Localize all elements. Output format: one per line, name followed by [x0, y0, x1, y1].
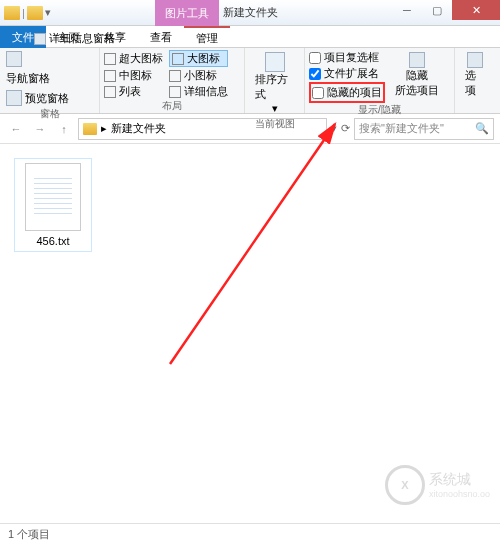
ribbon-group-sort: 排序方式 ▾ 当前视图 [245, 48, 305, 113]
file-ext-label: 文件扩展名 [324, 66, 379, 81]
maximize-button[interactable]: ▢ [422, 0, 452, 20]
file-ext-checkbox[interactable] [309, 68, 321, 80]
hide-label: 隐藏 [406, 68, 428, 83]
layout-sm-label: 小图标 [184, 68, 217, 83]
layout-xl-icons[interactable]: 超大图标 [104, 50, 163, 67]
ribbon-group-showhide: 项目复选框 文件扩展名 隐藏的项目 隐藏 所选项目 显示/隐藏 [305, 48, 455, 113]
preview-pane-icon [6, 90, 22, 106]
hidden-items-checkbox[interactable] [312, 87, 324, 99]
sm-icon [169, 70, 181, 82]
list-icon [104, 86, 116, 98]
layout-list[interactable]: 列表 [104, 84, 163, 99]
title-bar: | ▾ 图片工具 新建文件夹 ─ ▢ ✕ [0, 0, 500, 26]
layout-xl-label: 超大图标 [119, 51, 163, 66]
folder-icon-2 [27, 6, 43, 20]
qat-chevron[interactable]: ▾ [45, 6, 51, 19]
xl-icon [104, 53, 116, 65]
checkbox-file-ext[interactable]: 文件扩展名 [309, 66, 385, 81]
breadcrumb-sep: ▸ [101, 122, 107, 135]
forward-button[interactable]: → [30, 119, 50, 139]
sort-by-button[interactable]: 排序方式 ▾ [249, 50, 300, 117]
hidden-items-label: 隐藏的项目 [327, 85, 382, 100]
annotation-arrow [140, 114, 360, 374]
details-pane-icon [34, 33, 46, 45]
file-item[interactable]: 456.txt [14, 158, 92, 252]
layout-details[interactable]: 详细信息 [169, 84, 228, 99]
titlebar-left: | ▾ [0, 6, 51, 20]
sort-by-label: 排序方式 [255, 72, 294, 102]
ribbon-group-panes: 导航窗格 预览窗格 详细信息窗格 窗格 [0, 48, 100, 113]
search-input[interactable]: 搜索"新建文件夹" 🔍 [354, 118, 494, 140]
file-list[interactable]: 456.txt [0, 144, 500, 514]
svg-line-0 [170, 124, 335, 364]
showhide-group-label: 显示/隐藏 [309, 103, 450, 118]
address-field[interactable]: ▸ 新建文件夹 [78, 118, 327, 140]
text-file-icon [25, 163, 81, 231]
address-chevron[interactable]: ▾ [331, 122, 337, 135]
chevron-down-icon: ▾ [272, 102, 278, 115]
options-icon [467, 52, 483, 68]
refresh-button[interactable]: ⟳ [341, 122, 350, 135]
item-count: 1 个项目 [8, 527, 50, 542]
layout-group-label: 布局 [104, 99, 240, 114]
hide-icon [409, 52, 425, 68]
preview-pane-label: 预览窗格 [25, 91, 69, 106]
options-button[interactable]: 选项 [459, 50, 491, 100]
ribbon: 导航窗格 预览窗格 详细信息窗格 窗格 超大图标 大图标 中图标 小图标 列表 … [0, 48, 500, 114]
layout-md-label: 中图标 [119, 68, 152, 83]
hide-selected-button[interactable]: 隐藏 所选项目 [391, 50, 443, 103]
layout-md-icons[interactable]: 中图标 [104, 68, 163, 83]
window-title: 新建文件夹 [223, 5, 278, 20]
item-checkboxes-checkbox[interactable] [309, 52, 321, 64]
tab-manage[interactable]: 管理 [184, 26, 230, 48]
up-button[interactable]: ↑ [54, 119, 74, 139]
folder-icon [4, 6, 20, 20]
tab-view[interactable]: 查看 [138, 26, 184, 48]
options-label: 选项 [465, 68, 485, 98]
lg-icon [172, 53, 184, 65]
back-button[interactable]: ← [6, 119, 26, 139]
folder-icon-addr [83, 123, 97, 135]
minimize-button[interactable]: ─ [392, 0, 422, 20]
item-checkboxes-label: 项目复选框 [324, 50, 379, 65]
search-placeholder: 搜索"新建文件夹" [359, 121, 444, 136]
nav-pane-label: 导航窗格 [4, 70, 71, 87]
close-button[interactable]: ✕ [452, 0, 500, 20]
md-icon [104, 70, 116, 82]
layout-lg-label: 大图标 [187, 51, 220, 66]
details-pane-button[interactable]: 详细信息窗格 [32, 30, 117, 47]
preview-pane-button[interactable]: 预览窗格 [4, 89, 71, 107]
sort-icon [265, 52, 285, 72]
search-icon: 🔍 [475, 122, 489, 135]
file-name: 456.txt [36, 235, 69, 247]
qat-divider: | [22, 7, 25, 19]
details-icon [169, 86, 181, 98]
details-pane-label: 详细信息窗格 [49, 31, 115, 46]
nav-pane-button[interactable] [4, 50, 71, 68]
layout-details-label: 详细信息 [184, 84, 228, 99]
ribbon-group-options: 选项 [455, 48, 495, 113]
checkbox-item-checkboxes[interactable]: 项目复选框 [309, 50, 385, 65]
window-controls: ─ ▢ ✕ [392, 0, 500, 20]
layout-lg-icons[interactable]: 大图标 [169, 50, 228, 67]
layout-sm-icons[interactable]: 小图标 [169, 68, 228, 83]
status-bar: 1 个项目 [0, 523, 500, 545]
contextual-tab: 图片工具 [155, 0, 219, 26]
checkbox-hidden-items[interactable]: 隐藏的项目 [309, 82, 385, 103]
hide-label2: 所选项目 [395, 83, 439, 98]
breadcrumb-folder[interactable]: 新建文件夹 [111, 121, 166, 136]
nav-pane-icon [6, 51, 22, 67]
ribbon-group-layout: 超大图标 大图标 中图标 小图标 列表 详细信息 布局 [100, 48, 245, 113]
layout-list-label: 列表 [119, 84, 141, 99]
